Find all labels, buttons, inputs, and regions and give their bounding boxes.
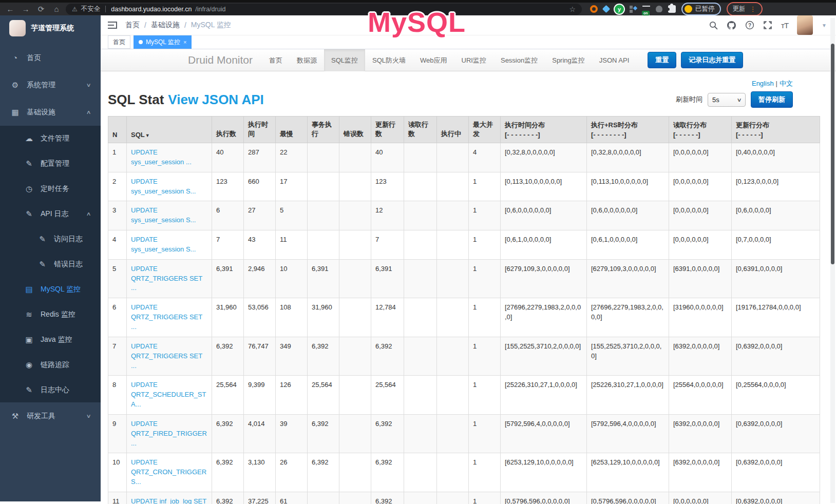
chevron-down-icon[interactable]: ▼ xyxy=(822,23,827,28)
druid-tab-spring监控[interactable]: Spring监控 xyxy=(545,49,592,71)
druid-tab-sql监控[interactable]: SQL监控 xyxy=(324,49,365,71)
sql-link[interactable]: UPDATE QRTZ_SCHEDULER_STA... xyxy=(131,381,206,408)
sidebar-item-访问日志[interactable]: ✎访问日志 xyxy=(0,226,101,251)
sidebar-item-系统管理[interactable]: ⚙系统管理∨ xyxy=(0,71,101,99)
druid-tab-json api[interactable]: JSON API xyxy=(592,49,637,71)
sql-link[interactable]: UPDATE sys_user_session S... xyxy=(131,206,196,224)
extension-donut-icon[interactable] xyxy=(590,5,598,13)
column-header[interactable]: 更新行数 xyxy=(371,117,404,143)
sidebar-item-错误日志[interactable]: ✎错误日志 xyxy=(0,251,101,277)
log-and-reset-button[interactable]: 记录日志并重置 xyxy=(681,52,743,68)
column-header[interactable]: 执行时间分布[- - - - - - - -] xyxy=(501,117,587,143)
lang-english-link[interactable]: English xyxy=(752,80,774,87)
sidebar-item-研发工具[interactable]: ⚒研发工具∨ xyxy=(0,402,101,430)
tag-mysql-监控[interactable]: MySQL 监控× xyxy=(134,35,192,49)
fullscreen-icon[interactable] xyxy=(763,21,772,30)
sidebar-item-配置管理[interactable]: ✎配置管理 xyxy=(0,151,101,176)
sql-link[interactable]: UPDATE sys_user_session S... xyxy=(131,236,196,253)
chevron-up-icon: ∧ xyxy=(86,211,91,217)
sql-link[interactable]: UPDATE sys_user_session ... xyxy=(131,148,192,166)
pause-refresh-button[interactable]: 暂停刷新 xyxy=(751,91,793,108)
scrollbar-thumb[interactable] xyxy=(831,44,834,264)
sidebar-item-redis-监控[interactable]: ≋Redis 监控 xyxy=(0,302,101,327)
font-size-icon[interactable]: тT xyxy=(781,21,788,30)
extension-person-icon[interactable] xyxy=(656,6,662,12)
update-chip[interactable]: 更新 ⋮ xyxy=(727,2,763,16)
reset-button[interactable]: 重置 xyxy=(648,52,676,68)
druid-tab-session监控[interactable]: Session监控 xyxy=(493,49,545,71)
help-icon[interactable]: ? xyxy=(745,21,754,30)
druid-tab-web应用[interactable]: Web应用 xyxy=(413,49,454,71)
druid-tab-uri监控[interactable]: URI监控 xyxy=(454,49,493,71)
not-secure-warning-icon[interactable]: ⚠ xyxy=(72,6,78,13)
sidebar-item-label: 定时任务 xyxy=(41,184,69,193)
sidebar-item-label: 链路追踪 xyxy=(41,360,69,370)
reload-icon[interactable]: ⟳ xyxy=(35,3,47,15)
home-icon[interactable]: ⌂ xyxy=(50,3,63,15)
column-header[interactable]: 读取行数 xyxy=(404,117,437,143)
sidebar-item-首页[interactable]: ◔首页 xyxy=(0,44,101,71)
extension-list-icon[interactable]: on xyxy=(642,6,650,12)
profile-paused-chip[interactable]: 已暂停 xyxy=(681,3,721,15)
druid-tab-数据源[interactable]: 数据源 xyxy=(290,49,324,71)
extension-y-icon[interactable]: y xyxy=(615,5,624,14)
breadcrumb-item[interactable]: 基础设施 xyxy=(151,21,180,30)
sidebar-item-api-日志[interactable]: ✎API 日志∧ xyxy=(0,201,101,226)
sidebar-logo[interactable]: 芋道管理系统 xyxy=(0,15,101,41)
user-avatar[interactable] xyxy=(797,15,813,35)
sql-link[interactable]: UPDATE QRTZ_CRON_TRIGGERS... xyxy=(131,458,206,486)
sidebar-item-基础设施[interactable]: ▦基础设施∧ xyxy=(0,99,101,126)
value-cell: [25226,310,27,1,0,0,0,0] xyxy=(587,376,669,415)
sql-link[interactable]: UPDATE inf_job_log SET e... xyxy=(131,497,206,504)
column-header[interactable]: 最大并发 xyxy=(469,117,501,143)
view-json-api-link[interactable]: View JSON API xyxy=(168,92,263,107)
sql-link[interactable]: UPDATE sys_user_session S... xyxy=(131,178,196,195)
column-header[interactable]: 错误数 xyxy=(339,117,371,143)
sidebar-item-文件管理[interactable]: ☁文件管理 xyxy=(0,126,101,151)
extension-squares-icon[interactable] xyxy=(630,6,637,13)
value-cell: [0,6,0,0,0,0,0,0] xyxy=(587,201,669,230)
sidebar-item-定时任务[interactable]: ◷定时任务 xyxy=(0,176,101,201)
druid-tab-首页[interactable]: 首页 xyxy=(262,49,290,71)
sql-link[interactable]: UPDATE QRTZ_TRIGGERS SET ... xyxy=(131,265,202,292)
sidebar-fold-icon[interactable] xyxy=(108,22,117,29)
sql-stat-table: NSQL▼执行数执行时间最慢事务执行错误数更新行数读取行数执行中最大并发执行时间… xyxy=(108,116,820,504)
column-header[interactable]: 事务执行 xyxy=(308,117,339,143)
column-header[interactable]: N xyxy=(108,117,127,143)
sidebar-item-java-监控[interactable]: ▣Java 监控 xyxy=(0,327,101,352)
sidebar-item-日志中心[interactable]: ✎日志中心 xyxy=(0,377,101,402)
tag-首页[interactable]: 首页 xyxy=(108,35,130,49)
column-header[interactable]: 执行中 xyxy=(437,117,469,143)
column-header[interactable]: SQL▼ xyxy=(127,117,212,143)
extensions-puzzle-icon[interactable] xyxy=(668,5,676,13)
sidebar-item-链路追踪[interactable]: ◉链路追踪 xyxy=(0,352,101,377)
github-icon[interactable] xyxy=(727,21,736,30)
value-cell: [6253,129,10,0,0,0,0,0] xyxy=(587,453,669,492)
search-icon[interactable] xyxy=(709,21,718,30)
refresh-interval-select[interactable]: 5s ∨ xyxy=(708,93,746,107)
extension-gem-icon[interactable] xyxy=(602,5,611,13)
column-header[interactable]: 最慢 xyxy=(276,117,308,143)
table-row: 8UPDATE QRTZ_SCHEDULER_STA...25,5649,399… xyxy=(108,376,820,415)
tag-close-icon[interactable]: × xyxy=(183,39,186,45)
column-header[interactable]: 更新行分布[- - - - - -] xyxy=(732,117,820,143)
sql-link[interactable]: UPDATE QRTZ_TRIGGERS SET ... xyxy=(131,342,202,370)
sql-link[interactable]: UPDATE QRTZ_TRIGGERS SET ... xyxy=(131,303,202,331)
address-bar[interactable]: ⚠ 不安全 dashboard.yudao.iocoder.cn/infra/d… xyxy=(66,4,582,15)
forward-icon[interactable]: → xyxy=(20,3,32,15)
column-header[interactable]: 读取行分布[- - - - - -] xyxy=(669,117,732,143)
lang-chinese-link[interactable]: 中文 xyxy=(780,80,793,87)
druid-tab-sql防火墙[interactable]: SQL防火墙 xyxy=(365,49,413,71)
kebab-menu-icon[interactable]: ⋮ xyxy=(750,5,756,13)
column-header[interactable]: 执行+RS时分布[- - - - - - - -] xyxy=(587,117,669,143)
sidebar-item-mysql-监控[interactable]: ▤MySQL 监控 xyxy=(0,277,101,302)
not-secure-label[interactable]: 不安全 xyxy=(81,5,101,13)
column-header[interactable]: 执行数 xyxy=(212,117,244,143)
column-header[interactable]: 执行时间 xyxy=(244,117,276,143)
bookmark-star-icon[interactable]: ☆ xyxy=(569,5,576,13)
back-icon[interactable]: ← xyxy=(4,3,16,15)
value-cell: 76,747 xyxy=(244,337,276,376)
breadcrumb-item[interactable]: 首页 xyxy=(125,21,140,30)
scrollbar[interactable] xyxy=(830,18,835,503)
sql-link[interactable]: UPDATE QRTZ_FIRED_TRIGGER... xyxy=(131,420,207,447)
